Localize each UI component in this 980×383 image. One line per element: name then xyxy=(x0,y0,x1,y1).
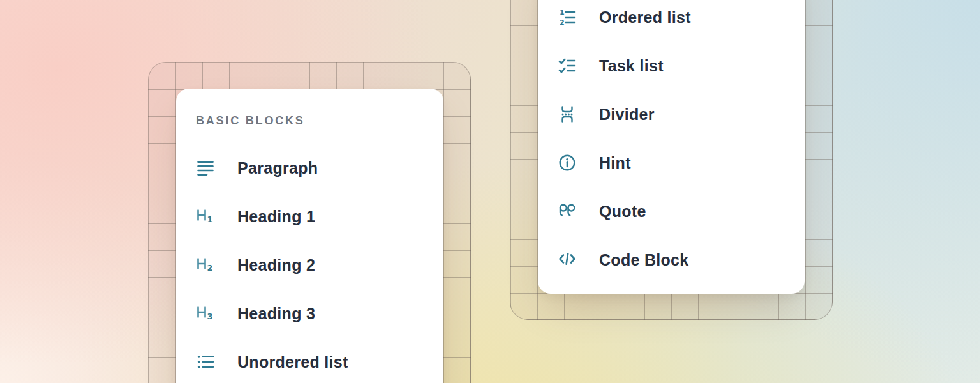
svg-text:1: 1 xyxy=(207,214,213,224)
menu-item-code-block[interactable]: Code Block xyxy=(538,236,805,284)
heading-3-icon: 3 xyxy=(196,304,215,323)
menu-item-divider[interactable]: Divider xyxy=(538,90,805,139)
menu-item-label: Heading 2 xyxy=(237,256,315,274)
menu-item-heading-2[interactable]: 2 Heading 2 xyxy=(176,241,443,289)
menu-item-quote[interactable]: Quote xyxy=(538,187,805,236)
paragraph-icon xyxy=(196,158,215,177)
task-list-icon xyxy=(558,56,577,75)
menu-item-task-list[interactable]: Task list xyxy=(538,41,805,90)
more-blocks-menu: 1 2 Ordered list Task list Divider xyxy=(538,0,805,294)
menu-item-heading-3[interactable]: 3 Heading 3 xyxy=(176,289,443,338)
menu-item-label: Heading 3 xyxy=(237,304,315,323)
menu-item-label: Divider xyxy=(599,105,655,124)
menu-item-hint[interactable]: Hint xyxy=(538,139,805,187)
svg-text:2: 2 xyxy=(207,263,213,273)
svg-text:1: 1 xyxy=(560,8,565,17)
heading-1-icon: 1 xyxy=(196,207,215,226)
divider-icon xyxy=(558,105,577,124)
menu-item-unordered-list[interactable]: Unordered list xyxy=(176,338,443,383)
menu-item-ordered-list[interactable]: 1 2 Ordered list xyxy=(538,0,805,41)
menu-list: 1 2 Ordered list Task list Divider xyxy=(538,0,805,284)
menu-item-label: Quote xyxy=(599,202,646,221)
menu-item-paragraph[interactable]: Paragraph xyxy=(176,144,443,192)
code-block-icon xyxy=(558,250,577,269)
svg-text:2: 2 xyxy=(560,19,565,27)
menu-item-label: Task list xyxy=(599,57,664,75)
section-label: BASIC BLOCKS xyxy=(196,114,443,128)
menu-item-label: Code Block xyxy=(599,251,689,269)
menu-item-label: Hint xyxy=(599,154,631,172)
svg-text:3: 3 xyxy=(207,312,213,321)
quote-icon xyxy=(558,202,577,221)
menu-item-label: Heading 1 xyxy=(237,207,315,226)
menu-item-label: Paragraph xyxy=(237,159,318,177)
hint-icon xyxy=(558,153,577,172)
ordered-list-icon: 1 2 xyxy=(558,8,577,27)
heading-2-icon: 2 xyxy=(196,255,215,274)
basic-blocks-menu: BASIC BLOCKS Paragraph 1 Heading 1 2 Hea… xyxy=(176,89,443,383)
unordered-list-icon xyxy=(196,352,215,372)
menu-item-heading-1[interactable]: 1 Heading 1 xyxy=(176,192,443,241)
insert-block-menus-illustration: { "colors": { "accent": "#2F7B93", "acce… xyxy=(0,0,980,383)
menu-list: Paragraph 1 Heading 1 2 Heading 2 3 Head… xyxy=(176,144,443,383)
menu-item-label: Ordered list xyxy=(599,8,691,27)
menu-item-label: Unordered list xyxy=(237,353,348,372)
